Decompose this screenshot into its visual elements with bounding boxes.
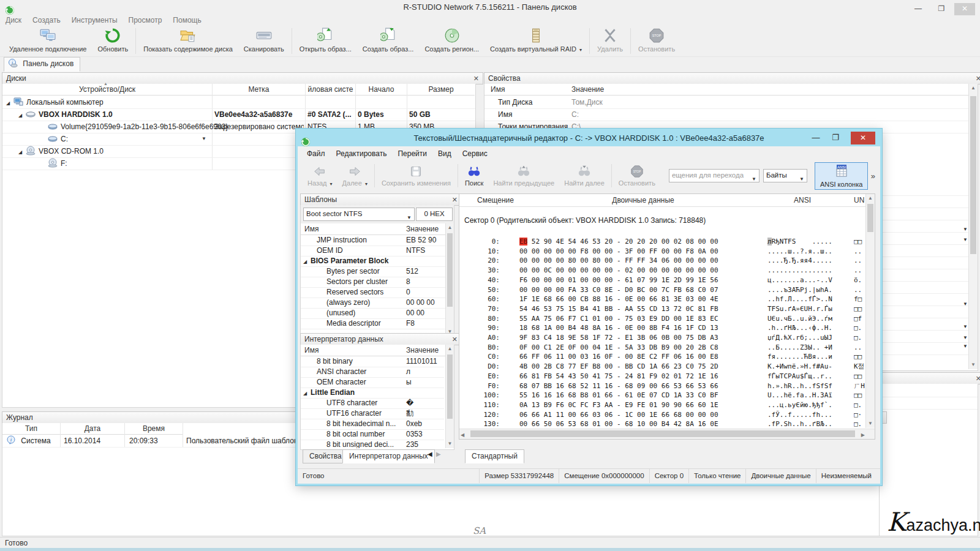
hex-bytes[interactable]: 0A 13 B9 F6 0C FC F3 AA - E9 FE 01 90 90… bbox=[519, 400, 718, 410]
save-button[interactable]: Сохранить изменения bbox=[377, 165, 456, 187]
close-icon[interactable]: ✕ bbox=[954, 3, 975, 15]
table-row[interactable]: JMP instructionEB 52 90 bbox=[301, 235, 444, 246]
hex-bytes[interactable]: 55 16 16 16 68 B8 01 66 - 61 0E 07 CD 1A… bbox=[519, 391, 718, 400]
search-button[interactable]: Поиск bbox=[460, 165, 488, 187]
col-ansi[interactable]: ANSI bbox=[778, 194, 827, 206]
table-row[interactable]: (always zero)00 00 00 bbox=[301, 298, 444, 308]
scroll-up-icon[interactable]: ▲ bbox=[446, 345, 454, 353]
ansi-text[interactable]: h.».hR..h..fSfSf bbox=[767, 381, 832, 391]
col-label[interactable]: Метка bbox=[213, 84, 305, 96]
hex-menu-Вид[interactable]: Вид bbox=[432, 148, 457, 160]
chevron-down-icon[interactable]: ▼ bbox=[963, 301, 968, 307]
unicode-text[interactable]: □· bbox=[854, 410, 865, 420]
tab-scroll-left-icon[interactable]: ◀ bbox=[428, 451, 432, 457]
ansi-text[interactable]: џѓД.ћX.rб;...uЫЈ bbox=[767, 333, 832, 343]
folder-open-button[interactable]: Показать содержимое диска bbox=[138, 26, 238, 56]
tab-disk-panel[interactable]: i Панель дисков bbox=[4, 57, 80, 72]
close-icon[interactable]: ✕ bbox=[851, 132, 875, 144]
expander-icon[interactable]: ◢ bbox=[6, 97, 13, 110]
hex-bytes[interactable]: 06 66 A1 11 00 66 03 06 - 1C 00 1E 66 68… bbox=[519, 410, 718, 420]
scroll-up-icon[interactable]: ▲ bbox=[969, 84, 978, 92]
unicode-text[interactable]: □□ bbox=[854, 372, 865, 381]
ansi-text[interactable]: K.+Иwпё.»Н.f#Аu- bbox=[767, 362, 832, 372]
ansi-text[interactable]: TFSu.ґA»ЄUН.r.Ѓы bbox=[767, 304, 832, 314]
ansi-text[interactable]: .h..ґHЉ...‹ф..Н. bbox=[767, 323, 832, 333]
chevron-down-icon[interactable]: ▼ bbox=[963, 237, 968, 242]
ansi-text[interactable]: .fP.Sh..h..ґBЉ.. bbox=[767, 419, 832, 429]
close-icon[interactable]: ✕ bbox=[473, 73, 479, 84]
table-row[interactable]: Тип ДискаТом,Диск bbox=[484, 96, 962, 108]
table-row[interactable]: ◢BIOS Parameter Block bbox=[301, 256, 444, 266]
hex-bytes[interactable]: 00 00 00 00 FA 33 C0 8E - D0 BC 00 7C FB… bbox=[519, 285, 718, 295]
table-row[interactable]: ◢VBOX HARDDISK 1.0VBe0ee4a32-a5a6837e#0 … bbox=[2, 108, 474, 121]
menu-Помощь[interactable]: Помощь bbox=[167, 15, 206, 26]
unicode-text[interactable]: .. bbox=[854, 343, 865, 353]
hex-bytes[interactable]: 0F 00 C1 2E 0F 00 04 1E - 5A 33 DB B9 00… bbox=[519, 343, 718, 353]
table-row[interactable]: ◢Локальный компьютер bbox=[2, 96, 474, 108]
menu-Создать[interactable]: Создать bbox=[27, 15, 66, 26]
chevron-down-icon[interactable]: ▼ bbox=[202, 133, 206, 145]
unicode-text[interactable]: □. bbox=[854, 323, 865, 333]
create-image-button[interactable]: Создать образ... bbox=[357, 26, 420, 56]
table-row[interactable]: 8 bit octal number0353 bbox=[301, 429, 444, 440]
tab-data-interpreter[interactable]: Интерпретатор данных bbox=[342, 449, 435, 463]
unicode-text[interactable]: □□ bbox=[854, 304, 865, 314]
unicode-text[interactable]: ㄏH bbox=[854, 381, 865, 391]
ansi-text[interactable]: fЃыTCPAu$Ѓщ..r.. bbox=[767, 372, 832, 381]
goto-offset-combo[interactable]: ещения для перехода к ▼ bbox=[669, 169, 760, 182]
ansi-text[interactable]: ..hf.Л....fЃ>..N bbox=[767, 294, 832, 304]
minimize-icon[interactable]: — bbox=[808, 132, 824, 144]
unicode-text[interactable]: □. bbox=[854, 419, 865, 429]
ansi-column-toggle[interactable]: ANSI ANSI колонка bbox=[815, 162, 868, 190]
hex-bytes[interactable]: 55 AA 75 06 F7 C1 01 00 - 75 03 E9 DD 00… bbox=[519, 314, 718, 324]
col-date[interactable]: Дата bbox=[61, 423, 124, 435]
hex-bytes[interactable]: 68 07 BB 16 68 52 11 16 - 68 09 00 66 53… bbox=[519, 381, 718, 391]
table-row[interactable]: Sectors per cluster8 bbox=[301, 277, 444, 287]
minimize-icon[interactable]: — bbox=[908, 3, 929, 15]
ansi-text[interactable]: ...ц.ьуЄйю.ђђf`. bbox=[767, 400, 832, 410]
expander-icon[interactable]: ◢ bbox=[18, 146, 26, 159]
hex-bytes[interactable]: F6 00 00 00 01 00 00 00 - 61 07 99 1E 2D… bbox=[519, 276, 718, 285]
col-name[interactable]: Имя bbox=[484, 84, 573, 96]
hex-bytes[interactable]: 66 FF 06 11 00 03 16 0F - 00 8E C2 FF 06… bbox=[519, 352, 718, 362]
hex-bytes[interactable]: 18 68 1A 00 B4 48 8A 16 - 0E 00 8B F4 16… bbox=[519, 323, 718, 333]
table-row[interactable]: OEM characterы bbox=[301, 377, 444, 388]
ansi-text[interactable]: UЄu.чБ..u.йЭ..ѓм bbox=[767, 314, 832, 324]
hex-vscrollbar[interactable]: ▲ ▼ bbox=[865, 194, 875, 428]
templates-scrollbar[interactable]: ▲ ▼ bbox=[445, 223, 454, 336]
col-start[interactable]: Начало bbox=[356, 84, 407, 96]
unicode-text[interactable]: .. bbox=[854, 256, 865, 266]
chevron-down-icon[interactable]: ▼ bbox=[963, 227, 968, 232]
table-row[interactable]: 8 bit binary11101011 bbox=[301, 356, 444, 367]
ansi-text[interactable]: ..Б.....Z3Ы.. +И bbox=[767, 343, 832, 353]
ansi-text[interactable]: лRђNTFS ..... bbox=[767, 237, 832, 247]
unicode-text[interactable]: □□ bbox=[854, 352, 865, 362]
hex-hscrollbar[interactable]: ◀ ▶ bbox=[459, 429, 875, 439]
open-image-button[interactable]: Открыть образ... bbox=[294, 26, 357, 56]
hex-bytes[interactable]: 66 81 FB 54 43 50 41 75 - 24 81 F9 02 01… bbox=[519, 372, 718, 381]
col-name[interactable]: Имя bbox=[301, 223, 407, 235]
find-next-button[interactable]: Найти далее bbox=[559, 165, 609, 187]
col-offset[interactable]: Смещение bbox=[468, 194, 523, 206]
col-value[interactable]: Значение bbox=[568, 84, 970, 96]
hex-bytes[interactable]: 54 46 53 75 15 B4 41 BB - AA 55 CD 13 72… bbox=[519, 304, 718, 314]
forward-button[interactable]: Далее ▾ bbox=[337, 165, 372, 187]
expander-icon[interactable]: ◢ bbox=[303, 257, 311, 267]
scroll-down-icon[interactable]: ▼ bbox=[866, 419, 875, 428]
scroll-up-icon[interactable]: ▲ bbox=[446, 223, 454, 232]
hex-menu-Редактировать[interactable]: Редактировать bbox=[331, 148, 393, 160]
unicode-text[interactable]: .. bbox=[854, 247, 865, 257]
table-row[interactable]: ◢Little Endian bbox=[301, 388, 444, 398]
close-icon[interactable]: ✕ bbox=[452, 194, 458, 205]
hex-bytes[interactable]: 00 00 00 00 80 00 80 00 - FF FF 34 06 00… bbox=[519, 256, 718, 266]
hex-bytes[interactable]: 9F 83 C4 18 9E 58 1F 72 - E1 3B 06 0B 00… bbox=[519, 333, 718, 343]
ansi-text[interactable]: fя.......ЋВя...и bbox=[767, 352, 832, 362]
unicode-text[interactable]: □f bbox=[854, 314, 865, 324]
raid-button[interactable]: Создать виртуальный RAID ▾ bbox=[484, 26, 587, 56]
interpreter-scrollbar[interactable]: ▲ ▼ bbox=[445, 345, 454, 448]
restore-icon[interactable]: ❐ bbox=[931, 3, 952, 15]
table-row[interactable]: Bytes per sector512 bbox=[301, 266, 444, 277]
units-combo[interactable]: Байты ▼ bbox=[763, 169, 807, 182]
table-row[interactable]: ИмяC: bbox=[484, 108, 962, 121]
unicode-text[interactable]: □□ bbox=[854, 237, 865, 247]
